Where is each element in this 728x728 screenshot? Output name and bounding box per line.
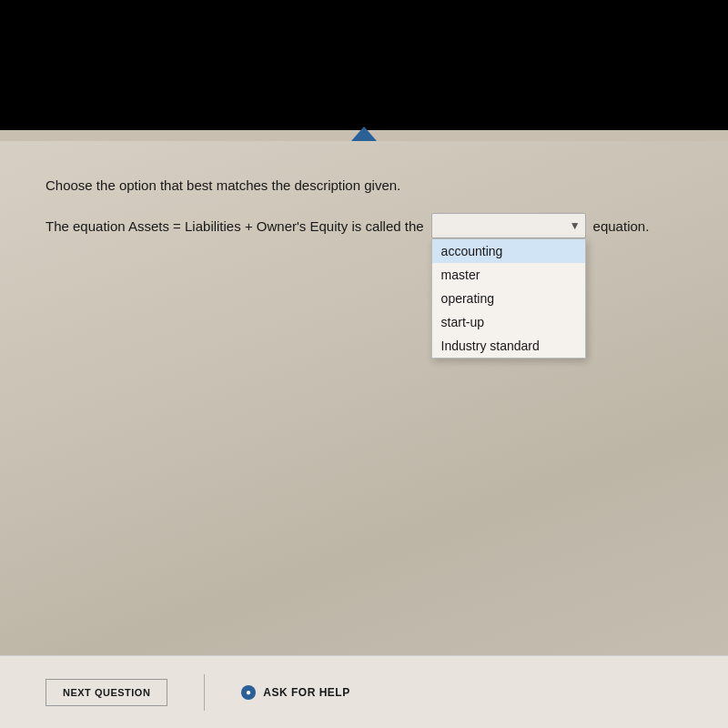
dropdown-item-industry-standard[interactable]: Industry standard [432,334,585,358]
triangle-indicator [351,126,377,141]
dropdown-item-master[interactable]: master [432,263,585,287]
question-row: The equation Assets = Liabilities + Owne… [46,213,682,238]
bottom-action-bar: NEXT QUESTION ● ASK FOR HELP [0,655,728,728]
dropdown-wrapper[interactable]: accounting master operating start-up Ind… [431,213,586,238]
dropdown-item-startup[interactable]: start-up [432,310,585,334]
dropdown-panel: accounting master operating start-up Ind… [431,238,586,359]
next-question-button[interactable]: NEXT QUESTION [46,679,167,706]
vertical-divider [204,674,205,711]
question-instruction: Choose the option that best matches the … [46,177,682,193]
ask-for-help-label: ASK FOR HELP [263,686,349,699]
question-text-after: equation. [593,218,650,234]
top-black-bar [0,0,728,141]
answer-select[interactable]: accounting master operating start-up Ind… [431,213,586,238]
help-icon: ● [241,685,256,700]
ask-for-help-button[interactable]: ● ASK FOR HELP [241,685,349,700]
question-text-before: The equation Assets = Liabilities + Owne… [46,218,424,234]
dropdown-item-operating[interactable]: operating [432,287,585,310]
dropdown-item-accounting[interactable]: accounting [432,239,585,263]
main-content: Choose the option that best matches the … [0,141,728,655]
